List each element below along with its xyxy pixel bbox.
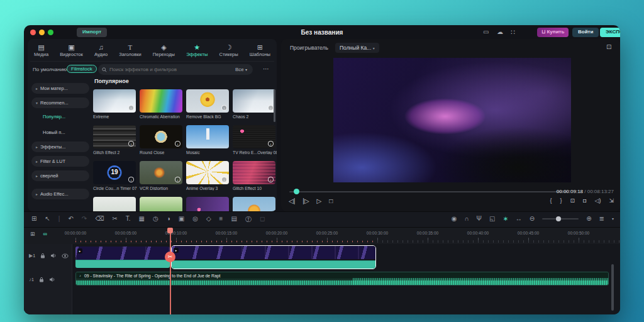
text-tool-icon[interactable]: T.	[126, 215, 131, 224]
sidebar-item-popular[interactable]: Популяр...	[43, 112, 93, 121]
motion-track-icon[interactable]: ◎	[192, 215, 198, 224]
mark-out-button[interactable]: }	[560, 197, 562, 204]
fullscreen-icon[interactable]: ⇲	[609, 197, 614, 204]
chevron-down-icon[interactable]: ▾	[612, 216, 614, 221]
speaker-icon[interactable]: ◁)	[595, 197, 601, 204]
chroma-key-icon[interactable]: ▣	[179, 215, 184, 224]
export-button[interactable]: ЭКСПОРТ	[600, 28, 620, 37]
color-icon[interactable]: ◑	[167, 215, 170, 224]
zoom-slider-handle[interactable]	[556, 216, 561, 221]
source-default-tab[interactable]: По умолчанию	[33, 67, 67, 72]
tab-stock[interactable]: ▣Видеосток	[60, 40, 82, 61]
redo-icon[interactable]: ↷	[82, 215, 87, 224]
layers-icon[interactable]: ◱	[489, 215, 495, 222]
crop-icon[interactable]: ▦	[138, 215, 144, 224]
undo-icon[interactable]: ↶	[68, 215, 73, 224]
video-preview[interactable]	[333, 58, 571, 182]
media-grid-icon[interactable]: ⊞	[31, 215, 36, 224]
tab-effects[interactable]: ★Эффекты	[186, 40, 208, 61]
effect-thumbnail[interactable]: ↓	[93, 125, 136, 148]
search-box[interactable]	[98, 64, 253, 75]
speaker-icon[interactable]	[50, 253, 57, 258]
filter-dropdown[interactable]: Все ▾	[235, 67, 247, 72]
adjust-icon[interactable]: ≡	[219, 215, 223, 224]
effect-thumbnail[interactable]: ↓	[186, 161, 229, 184]
sidebar-item-effects[interactable]: ▸Эффекты...	[31, 142, 89, 152]
display-icon[interactable]: ▭	[483, 28, 489, 35]
preview-quality-icon[interactable]: ⊡	[606, 43, 611, 50]
mark-in-button[interactable]: {	[550, 197, 552, 204]
link-icon[interactable]: ∞	[43, 231, 47, 237]
playhead-line[interactable]	[170, 228, 171, 314]
seek-bar[interactable]	[289, 191, 568, 192]
stop-button[interactable]: □	[329, 197, 333, 204]
cloud-icon[interactable]: ☁	[497, 28, 503, 35]
keyframe-icon[interactable]: ◇	[206, 215, 211, 224]
mic-icon[interactable]: Ψ	[477, 215, 482, 222]
sidebar-item-recommended[interactable]: ▾Recommen...	[31, 97, 89, 108]
fit-timeline-icon[interactable]: ↔	[516, 215, 522, 222]
effect-thumbnail[interactable]: ↓	[140, 161, 182, 184]
render-preview-icon[interactable]: ◉	[452, 215, 457, 222]
speaker-icon[interactable]	[49, 277, 55, 282]
play-button[interactable]: ▷	[317, 197, 322, 204]
video-clip-selected[interactable]: ▸	[171, 245, 376, 269]
timeline-zoom-slider[interactable]	[542, 218, 579, 219]
lock-icon[interactable]	[39, 277, 44, 282]
effect-thumbnail-partial[interactable]	[93, 197, 136, 211]
zoom-in-icon[interactable]: ⊕	[586, 215, 591, 222]
video-clip[interactable]: ▸	[75, 247, 170, 268]
effect-thumbnail[interactable]: ↓	[186, 89, 229, 113]
effect-thumbnail-partial[interactable]	[233, 197, 275, 211]
eye-icon[interactable]	[62, 253, 69, 258]
next-frame-button[interactable]: |▷	[303, 197, 309, 204]
sidebar-item-overlay[interactable]: ▸сверлей	[31, 170, 89, 181]
effect-thumbnail-partial[interactable]	[186, 197, 229, 211]
tab-transitions[interactable]: ◈Переходы	[153, 40, 175, 61]
effect-thumbnail[interactable]: ↓	[233, 125, 275, 148]
delete-icon[interactable]: ⌫	[95, 215, 104, 224]
record-icon[interactable]: ◻	[260, 215, 265, 224]
timeline-scrollbar[interactable]	[611, 264, 614, 311]
split-scissors-icon[interactable]: ✂	[112, 215, 117, 224]
track-height-icon[interactable]: ≣	[599, 215, 604, 222]
source-filmstock-tab[interactable]: Filmstock	[67, 65, 97, 73]
effect-thumbnail[interactable]: ↓	[233, 161, 275, 184]
effects-scrollbar[interactable]	[274, 89, 275, 122]
effect-thumbnail-partial[interactable]	[140, 197, 182, 211]
effect-thumbnail[interactable]	[140, 89, 182, 113]
shield-icon[interactable]: ∩	[464, 215, 469, 222]
lock-icon[interactable]	[40, 253, 45, 258]
effect-thumbnail[interactable]: ↓	[233, 89, 275, 113]
tab-templates[interactable]: ⊞Шаблоны	[250, 40, 270, 61]
effect-thumbnail[interactable]	[186, 125, 229, 148]
buy-button[interactable]: ⊔ Купить	[537, 28, 569, 37]
tab-stickers[interactable]: ☽Стикеры	[219, 40, 238, 61]
split-at-playhead-button[interactable]: ✂	[165, 252, 175, 262]
select-tool-icon[interactable]: ↖	[45, 215, 50, 224]
translate-icon[interactable]: Ⓣ	[245, 215, 252, 224]
snapshot-icon[interactable]: ◘	[583, 197, 586, 204]
zoom-out-icon[interactable]: ⊖	[530, 215, 535, 222]
tab-audio[interactable]: ♫Аудио	[94, 40, 108, 61]
login-button[interactable]: Войти	[572, 28, 599, 37]
timeline-ruler[interactable]: ⊞ ∞ 00:00:00:00 00:00:05:00 00:00:10:00 …	[24, 228, 620, 244]
view-mode-dropdown[interactable]: Полный Ка... ▾	[335, 43, 379, 53]
effect-thumbnail[interactable]: ↓	[93, 89, 136, 113]
sidebar-item-my-materials[interactable]: ▸Мои матер...	[31, 83, 89, 94]
audio-clip[interactable]: ♪ 09 - Stravinsky - The Rite of Spring -…	[75, 272, 609, 286]
previous-frame-button[interactable]: ◁|	[289, 197, 295, 204]
search-input[interactable]	[109, 67, 204, 72]
speed-icon[interactable]: ◷	[153, 215, 158, 224]
workspace-grid-icon[interactable]: ∷	[511, 28, 515, 36]
more-options-button[interactable]: ⋯	[263, 65, 269, 72]
playhead-handle[interactable]	[167, 228, 173, 233]
sidebar-item-filter-lut[interactable]: ▸Filter & LUT	[31, 156, 89, 167]
manage-tracks-icon[interactable]: ⊞	[30, 231, 35, 237]
tab-media[interactable]: ▤Медиа	[34, 40, 48, 61]
sidebar-item-new[interactable]: Новый п...	[43, 128, 93, 136]
seek-handle[interactable]	[294, 189, 299, 194]
filmstrip-icon[interactable]: ▤	[231, 215, 236, 224]
effect-thumbnail[interactable]: 19↓	[93, 161, 136, 184]
smart-edit-icon[interactable]: ∗	[502, 215, 508, 222]
